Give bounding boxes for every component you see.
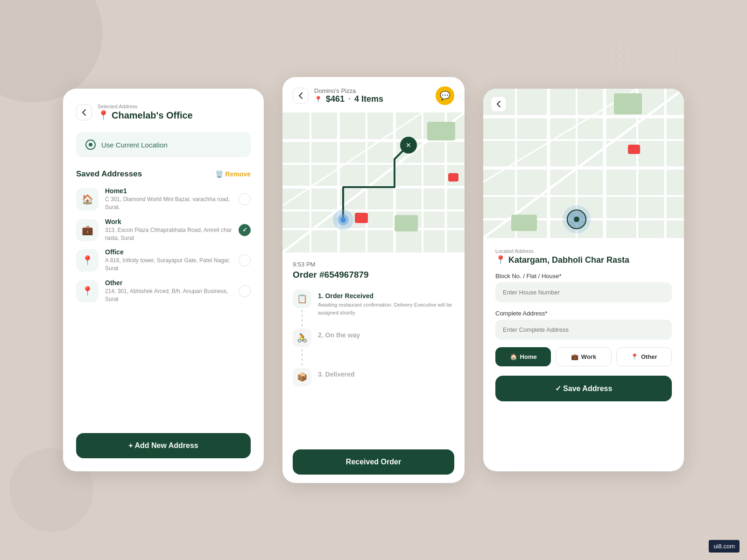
step3-title: 3. Delivered <box>318 371 355 378</box>
work-type-button[interactable]: 💼 Work <box>556 347 611 366</box>
svg-text:✕: ✕ <box>406 141 411 149</box>
office-icon: 📍 <box>76 249 99 272</box>
list-item[interactable]: 💼 Work 313, Escon Plaza Chhaprabhata Roa… <box>76 218 251 242</box>
address-list-card: Selected Address 📍 Chamelab's Office Use… <box>63 89 264 471</box>
svg-point-18 <box>340 217 346 223</box>
trash-icon: 🗑️ <box>215 170 223 178</box>
card1-header: Selected Address 📍 Chamelab's Office <box>76 104 251 121</box>
step1-subtitle: Awaiting restaurant confirmation. Delive… <box>318 301 454 316</box>
list-item[interactable]: 📍 Other 214, 301, Abhishek Arced, B/h. A… <box>76 279 251 303</box>
order-tracking-card: Domino's Pizza 📍 $461 · 4 Items 💬 <box>282 77 465 483</box>
svg-rect-22 <box>448 173 458 182</box>
svg-rect-38 <box>511 215 537 231</box>
back-button[interactable] <box>76 105 92 120</box>
saved-addresses-title: Saved Addresses <box>76 169 142 179</box>
list-item[interactable]: 📍 Office A 816, Infinity tower, Surayapu… <box>76 248 251 273</box>
target-icon <box>85 140 96 150</box>
restaurant-name: Domino's Pizza <box>314 87 430 94</box>
step1-title: 1. Order Received <box>318 292 454 300</box>
complete-address-input[interactable] <box>495 320 672 340</box>
other-type-button[interactable]: 📍 Other <box>616 347 672 366</box>
address-info: Home1 C 301, Diamond World Mini Bazar, v… <box>105 187 232 211</box>
pin-icon-located: 📍 <box>495 255 506 265</box>
order-number: Order #654967879 <box>293 270 454 280</box>
order-header-info: Domino's Pizza 📍 $461 · 4 Items <box>314 87 430 104</box>
home-icon: 🏠 <box>76 188 99 210</box>
tracking-step-1: 📋 1. Order Received Awaiting restaurant … <box>293 289 454 329</box>
step1-icon: 📋 <box>293 289 311 308</box>
home-type-icon: 🏠 <box>510 353 517 360</box>
radio-circle[interactable] <box>239 285 251 297</box>
watermark: ui8.com <box>709 540 740 553</box>
step2-title: 2. On the way <box>318 331 360 339</box>
remove-button[interactable]: 🗑️ Remove <box>215 170 251 178</box>
map-area-card3 <box>483 89 684 238</box>
address-info: Office A 816, Infinity tower, Surayapur … <box>105 248 232 273</box>
step3-icon: 📦 <box>293 368 311 386</box>
use-current-location-label: Use Current Location <box>101 141 168 149</box>
save-address-card: Located Address 📍 Katargam, Dabholi Char… <box>483 89 684 471</box>
selected-address-name: 📍 Chamelab's Office <box>98 110 193 121</box>
back-button-card2[interactable] <box>293 88 309 104</box>
list-item[interactable]: 🏠 Home1 C 301, Diamond World Mini Bazar,… <box>76 187 251 211</box>
home-type-button[interactable]: 🏠 Home <box>495 347 551 366</box>
step2-icon: 🚴 <box>293 329 311 347</box>
tracking-steps: 📋 1. Order Received Awaiting restaurant … <box>293 289 454 442</box>
svg-rect-37 <box>614 93 642 114</box>
located-label: Located Address <box>495 248 672 254</box>
order-items: 4 Items <box>354 94 383 104</box>
house-number-input[interactable] <box>495 282 672 302</box>
order-body: 9:53 PM Order #654967879 📋 1. Order Rece… <box>282 252 465 483</box>
radio-circle-checked[interactable] <box>239 224 251 236</box>
chat-button[interactable]: 💬 <box>436 86 454 105</box>
tracking-step-2: 🚴 2. On the way <box>293 329 454 368</box>
located-address-block: Located Address 📍 Katargam, Dabholi Char… <box>495 248 672 265</box>
card2-header: Domino's Pizza 📍 $461 · 4 Items 💬 <box>282 77 465 112</box>
address-type-row: 🏠 Home 💼 Work 📍 Other <box>495 347 672 366</box>
located-address: 📍 Katargam, Dabholi Char Rasta <box>495 255 672 265</box>
radio-circle[interactable] <box>239 254 251 266</box>
pin-icon: 📍 <box>98 110 109 121</box>
work-icon: 💼 <box>76 219 99 241</box>
use-current-location-button[interactable]: Use Current Location <box>76 132 251 157</box>
svg-rect-43 <box>628 145 640 154</box>
complete-address-label: Complete Address* <box>495 310 672 317</box>
selected-address-block: Selected Address 📍 Chamelab's Office <box>98 104 193 121</box>
order-summary: 📍 $461 · 4 Items <box>314 94 430 104</box>
map-area: ✕ <box>282 112 465 252</box>
back-button-card3[interactable] <box>491 96 507 112</box>
address-info: Work 313, Escon Plaza Chhaprabhata Road,… <box>105 218 232 242</box>
block-number-group: Block No. / Flat / House* <box>495 273 672 302</box>
block-number-label: Block No. / Flat / House* <box>495 273 672 280</box>
svg-rect-15 <box>395 215 418 231</box>
add-new-address-button[interactable]: + Add New Address <box>76 433 251 458</box>
order-time: 9:53 PM <box>293 261 454 268</box>
pin-icon-order: 📍 <box>314 96 322 103</box>
card3-body: Located Address 📍 Katargam, Dabholi Char… <box>483 238 684 413</box>
address-info: Other 214, 301, Abhishek Arced, B/h. Anu… <box>105 279 232 303</box>
radio-circle[interactable] <box>239 193 251 205</box>
selected-address-label: Selected Address <box>98 104 193 110</box>
other-type-icon: 📍 <box>631 353 638 360</box>
order-price: $461 <box>326 94 345 104</box>
save-address-button[interactable]: ✓ Save Address <box>495 376 672 401</box>
other-icon: 📍 <box>76 280 99 302</box>
address-list: 🏠 Home1 C 301, Diamond World Mini Bazar,… <box>76 187 251 420</box>
received-order-button[interactable]: Received Order <box>293 449 454 475</box>
complete-address-group: Complete Address* <box>495 310 672 340</box>
svg-rect-14 <box>427 122 455 140</box>
tracking-step-3: 📦 3. Delivered <box>293 368 454 389</box>
svg-rect-21 <box>355 213 368 223</box>
work-type-icon: 💼 <box>571 353 578 360</box>
saved-addresses-header: Saved Addresses 🗑️ Remove <box>76 169 251 179</box>
svg-point-42 <box>574 217 579 222</box>
